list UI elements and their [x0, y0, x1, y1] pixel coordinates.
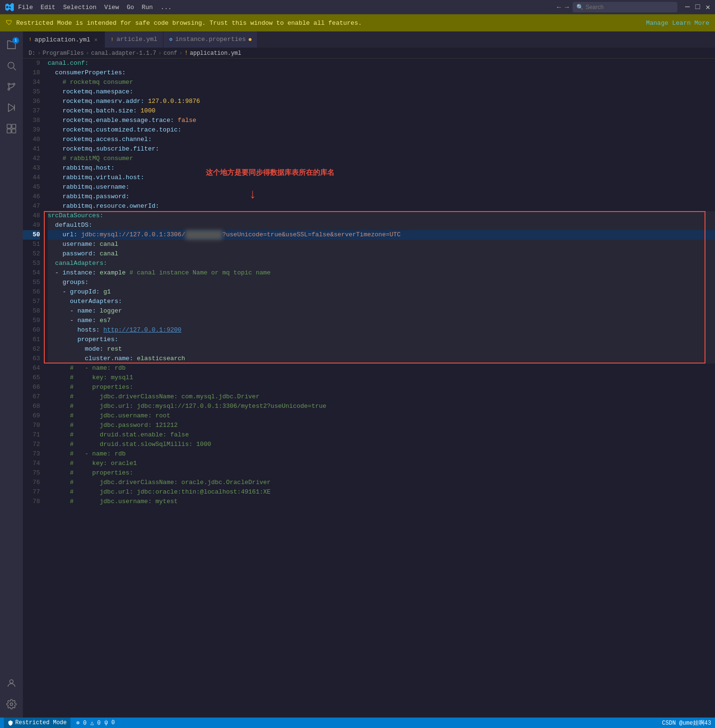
activity-icon-extensions[interactable] — [2, 119, 21, 138]
breadcrumb-adapter[interactable]: canal.adapter-1.1.7 — [91, 50, 156, 57]
tab-label: application.yml — [35, 36, 91, 43]
shield-icon: 🛡 — [6, 19, 12, 27]
title-bar-menu: File Edit Selection View Go Run ... — [18, 4, 557, 11]
manage-link[interactable]: Manage — [646, 20, 668, 27]
restricted-mode-label: Restricted Mode — [15, 719, 67, 726]
code-line-49: defaultDS: — [48, 221, 715, 230]
breadcrumb-programfiles[interactable]: ProgramFiles — [43, 50, 84, 57]
svg-rect-8 — [12, 124, 16, 128]
code-line-39: rocketmq.customized.trace.topic: — [48, 125, 715, 135]
activity-icon-search[interactable] — [2, 56, 21, 75]
status-right: CSDN @ume娃啊43 — [662, 719, 711, 727]
code-line-45: rabbitmq.username: — [48, 182, 715, 192]
menu-run[interactable]: Run — [141, 4, 152, 11]
status-errors[interactable]: ⊗ 0 — [76, 719, 87, 727]
activity-bottom — [2, 674, 21, 718]
code-line-63: cluster.name: elasticsearch — [48, 354, 715, 364]
code-line-78: # jdbc.username: mytest — [48, 497, 715, 506]
code-line-62: mode: rest — [48, 344, 715, 354]
code-line-59: - name: es7 — [48, 316, 715, 325]
svg-rect-7 — [7, 124, 11, 128]
code-line-68: # jdbc.url: jdbc:mysql://127.0.0.1:3306/… — [48, 402, 715, 411]
menu-go[interactable]: Go — [127, 4, 134, 11]
search-box[interactable]: 🔍 — [573, 2, 677, 12]
menu-file[interactable]: File — [18, 4, 33, 11]
svg-point-4 — [13, 83, 15, 85]
activity-icon-explorer[interactable]: 1 — [2, 35, 21, 54]
tab-label2: article.yml — [116, 36, 157, 43]
code-line-60: hosts: http://127.0.0.1:9200 — [48, 325, 715, 335]
code-line-77: # jdbc.url: jdbc:oracle:thin:@localhost:… — [48, 487, 715, 497]
breadcrumb-d[interactable]: D: — [29, 50, 35, 57]
activity-icon-source-control[interactable] — [2, 77, 21, 96]
activity-icon-settings[interactable] — [2, 695, 21, 714]
code-line-47: rabbitmq.resource.ownerId: — [48, 202, 715, 211]
tab-article-yml[interactable]: ! article.yml — [105, 31, 163, 48]
menu-view[interactable]: View — [104, 4, 119, 11]
breadcrumb: D: › ProgramFiles › canal.adapter-1.1.7 … — [23, 48, 715, 59]
code-line-46: rabbitmq.password: — [48, 192, 715, 202]
tab-label3: instance.properties — [175, 36, 246, 43]
code-line-35: rocketmq.namespace: — [48, 87, 715, 97]
code-line-55: groups: — [48, 278, 715, 287]
code-editor[interactable]: 9 18 34 35 36 37 38 39 40 41 42 43 44 45… — [23, 59, 715, 718]
breadcrumb-conf[interactable]: conf — [163, 50, 177, 57]
menu-selection[interactable]: Selection — [63, 4, 96, 11]
vscode-logo-icon — [5, 2, 14, 12]
activity-icon-run[interactable] — [2, 98, 21, 117]
code-line-70: # jdbc.password: 121212 — [48, 421, 715, 430]
status-restricted-mode[interactable]: Restricted Mode — [4, 718, 70, 728]
code-line-66: # properties: — [48, 383, 715, 392]
tab-bar: ! application.yml ✕ ! article.yml ⚙ inst… — [23, 31, 715, 48]
svg-line-1 — [13, 68, 16, 70]
status-warnings[interactable]: △ 0 — [91, 719, 101, 727]
code-line-61: properties: — [48, 335, 715, 344]
code-line-71: # druid.stat.enable: false — [48, 430, 715, 440]
code-line-58: - name: logger — [48, 306, 715, 316]
learn-more-link[interactable]: Learn More — [672, 20, 709, 27]
tab-warn-icon: ! — [29, 37, 32, 42]
restricted-mode-bar: 🛡 Restricted Mode is intended for safe c… — [0, 14, 715, 31]
svg-point-3 — [8, 89, 10, 91]
nav-forward-button[interactable]: → — [565, 3, 569, 11]
code-line-48: srcDataSources: — [48, 211, 715, 221]
maximize-button[interactable]: □ — [695, 3, 700, 11]
main-layout: 1 — [0, 31, 715, 718]
code-line-75: # properties: — [48, 468, 715, 478]
code-line-41: rocketmq.subscribe.filter: — [48, 144, 715, 154]
code-line-65: # key: mysql1 — [48, 373, 715, 383]
tab-application-yml[interactable]: ! application.yml ✕ — [23, 31, 105, 48]
svg-point-2 — [8, 83, 10, 85]
tab-close-button[interactable]: ✕ — [93, 36, 99, 44]
code-line-18: consumerProperties: — [48, 68, 715, 78]
line-numbers: 9 18 34 35 36 37 38 39 40 41 42 43 44 45… — [23, 59, 44, 718]
search-input[interactable] — [585, 4, 674, 10]
status-info[interactable]: ψ 0 — [104, 719, 115, 726]
breadcrumb-warn-icon: ! — [184, 50, 188, 57]
activity-bar: 1 — [0, 31, 23, 718]
svg-point-0 — [8, 62, 14, 69]
minimize-button[interactable]: ─ — [685, 3, 690, 11]
menu-more[interactable]: ... — [161, 4, 171, 11]
nav-back-button[interactable]: ← — [557, 3, 561, 11]
explorer-badge: 1 — [12, 37, 19, 44]
svg-rect-10 — [12, 129, 16, 133]
tab-dirty-indicator — [249, 38, 252, 41]
menu-edit[interactable]: Edit — [40, 4, 55, 11]
tab-instance-properties[interactable]: ⚙ instance.properties — [163, 31, 258, 48]
code-line-52: password: canal — [48, 249, 715, 259]
close-button[interactable]: ✕ — [705, 2, 710, 12]
tab-gear-icon: ⚙ — [169, 36, 172, 42]
code-line-50: url: jdbc:mysql://127.0.0.1:3306/p_bingb… — [48, 230, 715, 240]
code-line-54: - instance: example # canal instance Nam… — [48, 268, 715, 278]
activity-icon-account[interactable] — [2, 674, 21, 693]
svg-point-12 — [10, 703, 13, 706]
code-line-36: rocketmq.namesrv.addr: 127.0.0.1:9876 — [48, 97, 715, 106]
code-line-9: canal.conf: — [48, 59, 715, 68]
editor-area: ! application.yml ✕ ! article.yml ⚙ inst… — [23, 31, 715, 718]
code-line-72: # druid.stat.slowSqlMillis: 1000 — [48, 440, 715, 449]
status-csdn-label: CSDN @ume娃啊43 — [662, 719, 711, 727]
restricted-message: Restricted Mode is intended for safe cod… — [16, 20, 642, 27]
svg-point-11 — [10, 680, 13, 683]
breadcrumb-current-file[interactable]: application.yml — [190, 50, 241, 57]
